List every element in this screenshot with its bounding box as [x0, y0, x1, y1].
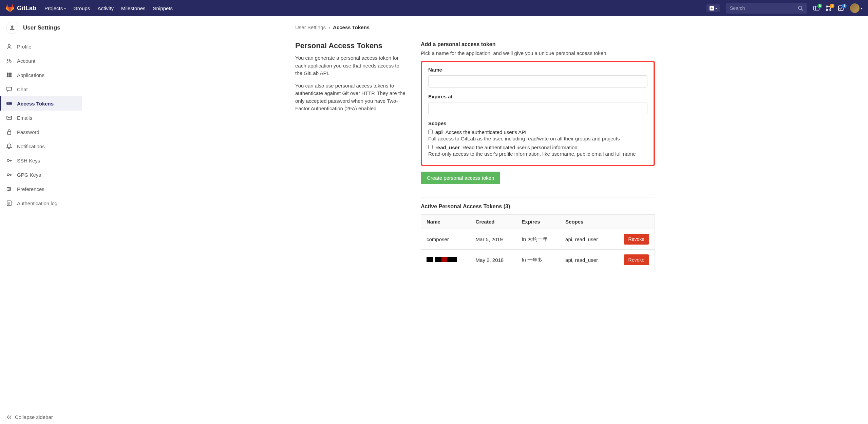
sidebar-title: User Settings — [23, 24, 60, 31]
svg-point-19 — [11, 76, 12, 77]
auth-log-icon — [6, 200, 12, 206]
sidebar-item-preferences[interactable]: Preferences — [0, 182, 82, 196]
top-navbar: GitLab Projects ▾ Groups Activity Milest… — [0, 0, 868, 16]
issues-button[interactable]: 8 — [813, 5, 819, 11]
plus-icon — [709, 5, 715, 11]
sidebar-item-emails[interactable]: Emails — [0, 111, 82, 125]
topnav-right: ▾ 8 1 1 ▾ — [706, 3, 863, 14]
todos-button[interactable]: 1 — [838, 5, 844, 11]
revoke-button[interactable]: Revoke — [624, 254, 649, 265]
intro-p1: You can generate a personal access token… — [295, 54, 407, 77]
page-heading: Personal Access Tokens — [295, 41, 407, 50]
cell-name — [421, 250, 470, 270]
sidebar-item-account[interactable]: Account — [0, 54, 82, 68]
settings-sidebar: User Settings ProfileAccountApplications… — [0, 16, 82, 424]
breadcrumb-parent[interactable]: User Settings — [295, 24, 326, 30]
cell-scopes: api, read_user — [560, 250, 611, 270]
svg-point-8 — [8, 44, 10, 46]
scopes-label: Scopes — [428, 120, 647, 126]
svg-point-10 — [10, 61, 11, 62]
sidebar-item-gpg-keys[interactable]: GPG Keys — [0, 168, 82, 182]
ssh-keys-icon — [6, 157, 12, 163]
col-expires: Expires — [516, 215, 560, 229]
nav-activity[interactable]: Activity — [97, 5, 114, 11]
todos-badge: 1 — [842, 4, 847, 8]
svg-point-26 — [7, 159, 9, 161]
revoke-button[interactable]: Revoke — [624, 234, 649, 245]
search-input[interactable] — [730, 5, 798, 11]
cell-expires: In 一年多 — [516, 250, 560, 270]
svg-point-21 — [7, 103, 8, 104]
sidebar-item-label: SSH Keys — [17, 158, 40, 163]
chevron-right-icon: › — [328, 24, 330, 30]
new-dropdown[interactable]: ▾ — [706, 4, 720, 12]
svg-point-5 — [826, 9, 828, 11]
sidebar-header: User Settings — [0, 16, 82, 39]
sidebar-nav: ProfileAccountApplicationsChatAccess Tok… — [0, 39, 82, 410]
active-tokens-title: Active Personal Access Tokens (3) — [421, 204, 655, 210]
nav-groups[interactable]: Groups — [73, 5, 90, 11]
col-scopes: Scopes — [560, 215, 611, 229]
main-content: User Settings › Access Tokens Personal A… — [82, 16, 868, 424]
nav-projects[interactable]: Projects ▾ — [44, 5, 66, 11]
name-label: Name — [428, 67, 647, 73]
chevron-down-icon: ▾ — [715, 6, 717, 10]
create-token-button[interactable]: Create personal access token — [421, 172, 500, 184]
intro-p2: You can also use personal access tokens … — [295, 82, 407, 113]
chat-icon — [6, 86, 12, 92]
cell-created: May 2, 2018 — [470, 250, 516, 270]
scope-desc-api: Full access to GitLab as the user, inclu… — [428, 136, 647, 141]
cell-expires: In 大约一年 — [516, 229, 560, 250]
svg-point-15 — [9, 75, 10, 76]
svg-point-6 — [830, 9, 831, 11]
primary-nav: Projects ▾ Groups Activity Milestones Sn… — [44, 5, 173, 11]
sidebar-item-label: Authentication log — [17, 200, 57, 206]
user-menu[interactable]: ▾ — [850, 3, 863, 13]
highlighted-form-area: Name Expires at Scopes api Access the au… — [421, 61, 655, 166]
gitlab-logo[interactable]: GitLab — [5, 4, 36, 13]
sidebar-item-label: Notifications — [17, 143, 45, 149]
breadcrumb: User Settings › Access Tokens — [295, 22, 655, 35]
gitlab-icon — [5, 4, 14, 13]
search-box[interactable] — [726, 3, 807, 14]
svg-rect-3 — [815, 6, 816, 10]
scope-checkbox-api[interactable] — [428, 130, 433, 134]
sidebar-item-profile[interactable]: Profile — [0, 39, 82, 54]
applications-icon — [6, 72, 12, 78]
sidebar-item-access-tokens[interactable]: Access Tokens — [0, 96, 82, 111]
sidebar-item-notifications[interactable]: Notifications — [0, 139, 82, 153]
token-expires-input[interactable] — [428, 102, 647, 114]
preferences-icon — [6, 186, 12, 192]
sidebar-item-password[interactable]: Password — [0, 125, 82, 139]
svg-point-28 — [8, 187, 9, 188]
svg-point-13 — [11, 73, 12, 74]
nav-milestones[interactable]: Milestones — [121, 5, 146, 11]
nav-snippets[interactable]: Snippets — [153, 5, 173, 11]
sidebar-item-chat[interactable]: Chat — [0, 82, 82, 96]
token-name-input[interactable] — [428, 75, 647, 88]
chevron-down-icon: ▾ — [861, 6, 863, 10]
issues-badge: 8 — [817, 4, 822, 8]
cell-created: Mar 5, 2019 — [470, 229, 516, 250]
breadcrumb-current: Access Tokens — [333, 24, 370, 30]
scope-row-api: api Access the authenticated user's API — [428, 128, 647, 135]
svg-point-17 — [7, 76, 8, 77]
active-tokens-table: Name Created Expires Scopes composerMar … — [421, 214, 655, 270]
svg-point-9 — [7, 59, 10, 61]
svg-point-22 — [9, 103, 10, 104]
password-icon — [6, 129, 12, 135]
collapse-sidebar[interactable]: Collapse sidebar — [0, 410, 82, 424]
sidebar-item-ssh-keys[interactable]: SSH Keys — [0, 153, 82, 168]
brand-text: GitLab — [17, 5, 36, 12]
merge-requests-button[interactable]: 1 — [826, 5, 832, 11]
form-section-desc: Pick a name for the application, and we'… — [421, 50, 655, 56]
scope-name: api — [435, 129, 443, 135]
scope-checkbox-read_user[interactable] — [428, 145, 433, 149]
svg-point-18 — [9, 76, 10, 77]
access-tokens-icon — [6, 100, 12, 107]
sidebar-item-auth-log[interactable]: Authentication log — [0, 196, 82, 210]
sidebar-item-applications[interactable]: Applications — [0, 68, 82, 82]
scope-short: Access the authenticated user's API — [446, 129, 527, 135]
form-section-title: Add a personal access token — [421, 41, 655, 47]
cell-name: composer — [421, 229, 470, 250]
